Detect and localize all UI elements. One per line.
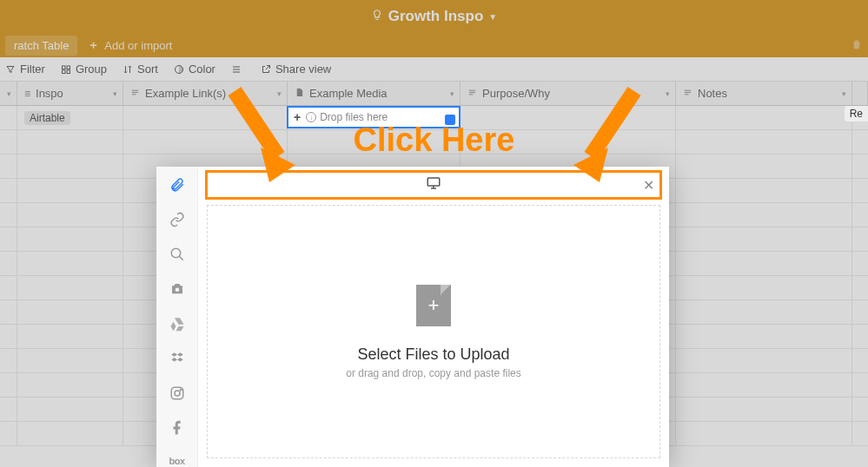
text-icon bbox=[683, 88, 692, 100]
filter-label: Filter bbox=[20, 62, 45, 76]
upload-dropzone[interactable]: + Select Files to Upload or drag and dro… bbox=[207, 205, 660, 458]
svg-point-10 bbox=[175, 391, 180, 396]
base-title-text: Growth Inspo bbox=[388, 8, 484, 25]
trash-icon[interactable] bbox=[851, 38, 863, 53]
facebook-icon[interactable] bbox=[169, 420, 186, 436]
column-inspo[interactable]: ≡ Inspo ▾ bbox=[17, 82, 123, 105]
color-label: Color bbox=[189, 62, 215, 76]
text-icon: ≡ bbox=[24, 88, 30, 100]
add-or-import-button[interactable]: ＋ Add or import bbox=[88, 37, 172, 53]
tab-bar: ratch Table ＋ Add or import bbox=[0, 33, 868, 57]
svg-rect-2 bbox=[62, 70, 65, 74]
svg-rect-0 bbox=[62, 66, 65, 69]
group-label: Group bbox=[76, 62, 107, 76]
chevron-down-icon: ▾ bbox=[666, 89, 670, 98]
text-icon bbox=[467, 88, 477, 100]
column-label: Inspo bbox=[36, 87, 63, 100]
search-icon[interactable] bbox=[169, 247, 186, 262]
upload-source-sidebar: box bbox=[156, 167, 198, 467]
annotation-arrow-left bbox=[217, 87, 295, 182]
add-or-import-label: Add or import bbox=[104, 39, 172, 52]
svg-point-11 bbox=[180, 389, 182, 391]
svg-point-8 bbox=[175, 288, 179, 293]
row-height-button[interactable] bbox=[231, 64, 242, 75]
base-title[interactable]: Growth Inspo ▼ bbox=[371, 8, 497, 25]
view-toolbar: Filter Group Sort Color Share view bbox=[0, 57, 868, 82]
attachment-icon bbox=[295, 88, 304, 100]
chevron-down-icon: ▾ bbox=[450, 89, 454, 98]
dropbox-icon[interactable] bbox=[169, 351, 186, 366]
column-example-media[interactable]: Example Media ▾ bbox=[288, 82, 461, 105]
svg-rect-12 bbox=[427, 178, 440, 186]
box-icon[interactable]: box bbox=[169, 455, 186, 467]
svg-rect-1 bbox=[67, 66, 70, 69]
paperclip-icon[interactable] bbox=[169, 177, 186, 193]
color-button[interactable]: Color bbox=[174, 62, 215, 76]
filter-button[interactable]: Filter bbox=[5, 62, 45, 76]
annotation-arrow-right bbox=[573, 87, 652, 182]
upload-main: ✕ + Select Files to Upload or drag and d… bbox=[198, 167, 669, 467]
google-drive-icon[interactable] bbox=[169, 316, 186, 332]
column-chevron[interactable]: ▾ bbox=[0, 82, 17, 105]
upload-subtitle: or drag and drop, copy and paste files bbox=[346, 367, 520, 379]
chevron-down-icon: ▾ bbox=[842, 89, 846, 98]
file-plus-icon: + bbox=[416, 285, 451, 326]
camera-icon[interactable] bbox=[169, 281, 186, 297]
svg-point-7 bbox=[171, 248, 181, 258]
instagram-icon[interactable] bbox=[169, 385, 186, 401]
link-icon[interactable] bbox=[169, 212, 186, 227]
lightbulb-icon bbox=[371, 8, 383, 25]
truncated-chip: Re bbox=[845, 106, 868, 122]
share-view-button[interactable]: Share view bbox=[261, 62, 331, 76]
column-more[interactable] bbox=[852, 82, 868, 105]
sort-button[interactable]: Sort bbox=[123, 62, 158, 76]
chevron-down-icon: ▼ bbox=[488, 12, 497, 22]
column-label: Example Link(s) bbox=[145, 87, 226, 100]
table-tab[interactable]: ratch Table bbox=[5, 36, 77, 56]
column-notes[interactable]: Notes ▾ bbox=[676, 82, 852, 105]
svg-rect-3 bbox=[67, 70, 70, 74]
column-label: Purpose/Why bbox=[482, 87, 550, 100]
upload-modal: box ✕ + Select Files to Upload or drag a… bbox=[156, 167, 669, 467]
column-label: Notes bbox=[698, 87, 727, 100]
monitor-icon bbox=[426, 175, 441, 194]
plus-icon: ＋ bbox=[88, 37, 99, 53]
annotation-text: Click Here bbox=[0, 122, 868, 159]
share-label: Share view bbox=[275, 62, 331, 76]
chevron-down-icon: ▾ bbox=[113, 89, 117, 98]
text-icon bbox=[130, 88, 140, 100]
column-label: Example Media bbox=[309, 87, 388, 100]
group-button[interactable]: Group bbox=[61, 62, 107, 76]
app-header: Growth Inspo ▼ bbox=[0, 0, 868, 33]
column-header-row: ▾ ≡ Inspo ▾ Example Link(s) ▾ Example Me… bbox=[0, 82, 868, 106]
sort-label: Sort bbox=[137, 62, 158, 76]
upload-title: Select Files to Upload bbox=[357, 345, 509, 364]
